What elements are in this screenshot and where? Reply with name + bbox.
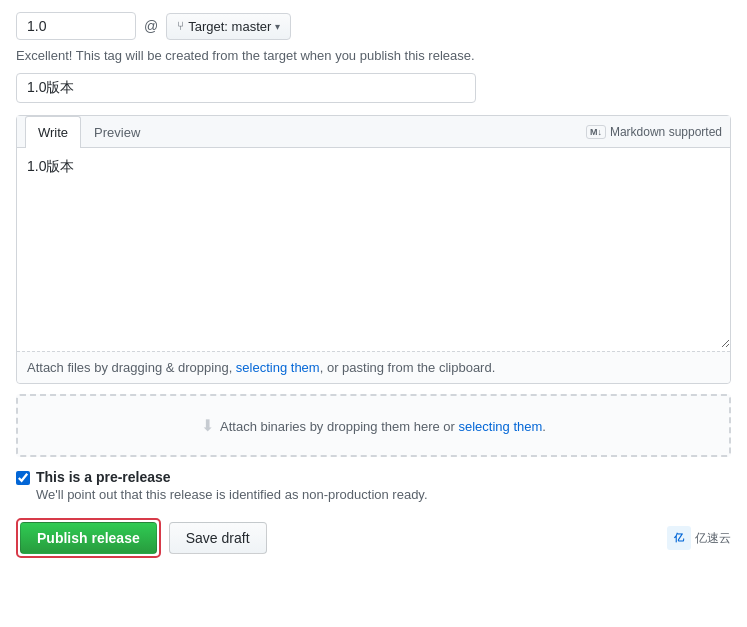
editor-tabs-row: Write Preview M↓ Markdown supported: [17, 116, 730, 148]
download-arrow-icon: ⬇: [201, 416, 214, 435]
publish-release-button[interactable]: Publish release: [20, 522, 157, 554]
save-draft-button[interactable]: Save draft: [169, 522, 267, 554]
binaries-select-link[interactable]: selecting them: [459, 419, 543, 434]
target-label: Target: master: [188, 19, 271, 34]
attach-files-prefix: Attach files by dragging & dropping,: [27, 360, 236, 375]
markdown-supported-text: Markdown supported: [610, 125, 722, 139]
pre-release-checkbox[interactable]: [16, 471, 30, 485]
at-symbol: @: [144, 18, 158, 34]
pre-release-label: This is a pre-release: [36, 469, 428, 485]
pre-release-description: We'll point out that this release is ide…: [36, 487, 428, 502]
description-textarea[interactable]: 1.0版本: [17, 148, 730, 348]
attach-files-suffix: , or pasting from the clipboard.: [320, 360, 496, 375]
publish-button-wrapper: Publish release: [16, 518, 161, 558]
release-title-input[interactable]: [16, 73, 476, 103]
actions-row: Publish release Save draft 亿 亿速云: [16, 518, 731, 558]
binaries-suffix: .: [542, 419, 546, 434]
target-branch-button[interactable]: ⑂ Target: master ▾: [166, 13, 291, 40]
tab-preview[interactable]: Preview: [81, 116, 153, 148]
binaries-prefix: Attach binaries by dropping them here or: [220, 419, 458, 434]
attach-files-link[interactable]: selecting them: [236, 360, 320, 375]
tab-write[interactable]: Write: [25, 116, 81, 148]
pre-release-row: This is a pre-release We'll point out th…: [16, 469, 731, 502]
chevron-down-icon: ▾: [275, 21, 280, 32]
markdown-icon: M↓: [586, 125, 606, 139]
markdown-supported-label: M↓ Markdown supported: [586, 125, 722, 139]
watermark: 亿 亿速云: [667, 526, 731, 550]
watermark-logo: 亿: [667, 526, 691, 550]
tag-version-input[interactable]: 1.0: [16, 12, 136, 40]
description-editor: Write Preview M↓ Markdown supported 1.0版…: [16, 115, 731, 384]
binaries-drop-zone[interactable]: ⬇Attach binaries by dropping them here o…: [16, 394, 731, 457]
pre-release-text: This is a pre-release We'll point out th…: [36, 469, 428, 502]
help-text: Excellent! This tag will be created from…: [16, 48, 731, 63]
branch-icon: ⑂: [177, 19, 184, 33]
watermark-text: 亿速云: [695, 530, 731, 547]
attach-files-bar: Attach files by dragging & dropping, sel…: [17, 351, 730, 383]
